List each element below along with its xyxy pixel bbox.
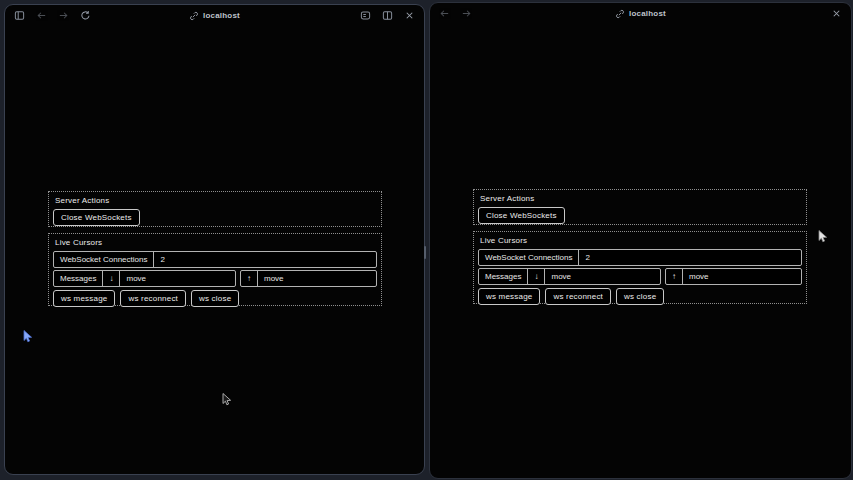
messages-up-box: ↑ move [240,270,377,287]
live-cursors-panel: Live Cursors WebSocket Connections 2 Mes… [473,231,807,304]
window-title: localhost [203,11,240,20]
remote-cursor-white [818,229,828,247]
close-icon[interactable] [831,8,842,19]
connections-row: WebSocket Connections 2 [53,251,377,268]
messages-row: Messages ↓ move ↑ move [53,270,377,287]
arrow-up-icon: ↑ [241,271,257,286]
arrow-down-icon: ↓ [527,269,544,284]
ws-message-button[interactable]: ws message [478,288,540,305]
titlebar: localhost [5,5,424,26]
messages-label: Messages [479,269,527,284]
system-cursor [222,392,232,410]
close-icon[interactable] [404,10,415,21]
messages-down-box: Messages ↓ move [478,268,661,285]
connections-row: WebSocket Connections 2 [478,249,802,266]
arrow-down-icon: ↓ [102,271,119,286]
console-icon[interactable] [360,10,371,21]
live-cursors-title: Live Cursors [480,236,802,245]
server-actions-title: Server Actions [480,194,802,203]
close-websockets-button[interactable]: Close WebSockets [53,209,140,226]
live-cursors-panel: Live Cursors WebSocket Connections 2 Mes… [48,233,382,306]
messages-down-box: Messages ↓ move [53,270,236,287]
last-message-up: move [682,269,801,284]
toolbar-right-group [831,8,842,19]
messages-up-box: ↑ move [665,268,802,285]
browser-window-right: localhost Server Actions Close WebSocket… [429,2,852,479]
browser-window-left: localhost Server Actions [4,4,425,475]
server-actions-panel: Server Actions Close WebSockets [473,189,807,225]
live-cursors-title: Live Cursors [55,238,377,247]
split-view-icon[interactable] [382,10,393,21]
toolbar-left-group [14,10,91,21]
sidebar-icon[interactable] [14,10,25,21]
ws-close-button[interactable]: ws close [616,288,664,305]
ws-buttons-row: ws message ws reconnect ws close [53,290,377,307]
forward-icon[interactable] [461,8,472,19]
server-actions-panel: Server Actions Close WebSockets [48,191,382,227]
titlebar: localhost [430,3,851,24]
last-message-down: move [119,271,235,286]
remote-cursor-blue [23,329,33,347]
link-icon [189,11,199,21]
address-title[interactable]: localhost [430,3,851,24]
connections-label: WebSocket Connections [54,252,153,267]
back-icon[interactable] [439,8,450,19]
messages-row: Messages ↓ move ↑ move [478,268,802,285]
toolbar-right-group [360,10,415,21]
last-message-down: move [544,269,660,284]
link-icon [615,9,625,19]
page-content: Server Actions Close WebSockets Live Cur… [430,24,851,478]
connections-label: WebSocket Connections [479,250,578,265]
page-content: Server Actions Close WebSockets Live Cur… [5,26,424,474]
window-resize-handle[interactable] [424,246,426,259]
reload-icon[interactable] [80,10,91,21]
toolbar-left-group [439,8,472,19]
ws-reconnect-button[interactable]: ws reconnect [120,290,186,307]
forward-icon[interactable] [58,10,69,21]
close-websockets-button[interactable]: Close WebSockets [478,207,565,224]
window-title: localhost [629,9,666,18]
arrow-up-icon: ↑ [666,269,682,284]
ws-message-button[interactable]: ws message [53,290,115,307]
ws-reconnect-button[interactable]: ws reconnect [545,288,611,305]
connections-value: 2 [153,252,376,267]
connections-value: 2 [578,250,801,265]
messages-label: Messages [54,271,102,286]
ws-close-button[interactable]: ws close [191,290,239,307]
back-icon[interactable] [36,10,47,21]
ws-buttons-row: ws message ws reconnect ws close [478,288,802,305]
last-message-up: move [257,271,376,286]
server-actions-title: Server Actions [55,196,377,205]
